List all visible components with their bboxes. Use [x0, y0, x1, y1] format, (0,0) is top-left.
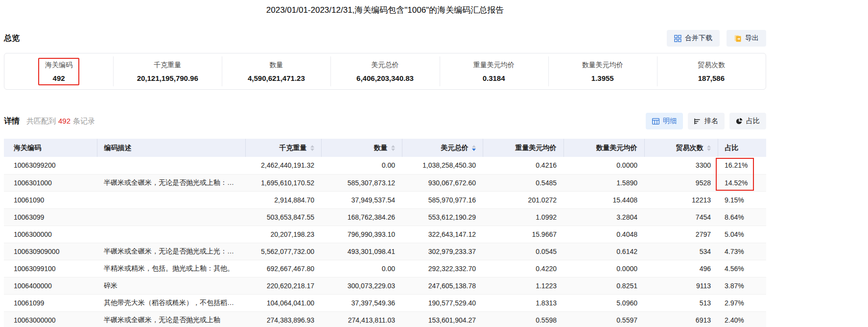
cell-weight_usd_avg: 15.9667	[483, 226, 563, 243]
cell-weight_usd_avg: 1.1223	[483, 277, 563, 294]
cell-qty_usd_avg: 15.4408	[563, 191, 644, 208]
cell-quantity: 0.00	[321, 260, 402, 277]
header-qty_usd_avg: 数量美元均价	[563, 139, 644, 157]
header-cell-content: 千克重量	[253, 144, 314, 152]
view-tab-ranking[interactable]: 排名	[688, 113, 725, 129]
cell-kg_weight: 20,207,198.23	[245, 226, 321, 243]
details-heading: 详情	[4, 116, 20, 126]
cell-usd_total: 930,067,672.60	[402, 174, 483, 191]
details-table: 海关编码编码描述千克重量数量美元总价重量美元均价数量美元均价贸易次数占比 100…	[4, 139, 766, 327]
view-tab-share[interactable]: 占比	[729, 113, 766, 129]
column-label: 贸易次数	[676, 144, 704, 152]
export-button[interactable]: 导出	[727, 30, 766, 47]
cell-share: 4.56%	[718, 260, 766, 277]
header-description: 编码描述	[97, 139, 245, 157]
cell-share: 16.21%	[718, 157, 766, 174]
cell-hs_code: 10063099100	[4, 260, 97, 277]
stat-content: 数量美元均价1.3955	[575, 58, 630, 85]
column-label: 美元总价	[441, 144, 469, 152]
details-header: 详情 共匹配到492条记录	[4, 116, 95, 126]
cell-description: 其他带壳大米（稻谷或糙米），不包括稻米种子	[97, 294, 245, 311]
cell-usd_total: 292,322,332.70	[402, 260, 483, 277]
ranking-bars-icon	[694, 118, 701, 125]
cell-qty_usd_avg: 0.8251	[563, 277, 644, 294]
header-hs_code: 海关编码	[4, 139, 97, 157]
table-row: 10063099503,653,847.55168,762,384.26553,…	[4, 208, 766, 226]
header-quantity[interactable]: 数量	[321, 139, 402, 157]
view-tab-label: 占比	[746, 117, 760, 126]
cell-trade_count: 9113	[644, 277, 718, 294]
cell-qty_usd_avg: 0.0000	[563, 260, 644, 277]
cell-description: 半碾米或全碾米，无论是否抛光或上釉	[97, 311, 245, 327]
cell-quantity: 493,301,098.41	[321, 243, 402, 260]
cell-weight_usd_avg: 0.5485	[483, 174, 563, 191]
cell-qty_usd_avg: 5.0960	[563, 294, 644, 311]
overview-stat: 贸易次数187,586	[657, 53, 766, 89]
stat-content: 重量美元均价0.3184	[467, 58, 521, 85]
cell-qty_usd_avg: 0.0000	[563, 157, 644, 174]
caret-down-icon	[472, 149, 476, 151]
cell-quantity: 585,307,873.12	[321, 174, 402, 191]
cell-description	[97, 226, 245, 243]
cell-kg_weight: 274,383,896.93	[245, 311, 321, 327]
cell-description	[97, 191, 245, 208]
overview-stat: 数量4,590,621,471.23	[222, 53, 330, 89]
cell-share: 8.64%	[718, 208, 766, 226]
stat-label: 贸易次数	[698, 61, 725, 70]
cell-qty_usd_avg: 0.4048	[563, 226, 644, 243]
match-count-text: 共匹配到492条记录	[26, 117, 95, 126]
match-count-value: 492	[58, 117, 70, 125]
table-header-row: 海关编码编码描述千克重量数量美元总价重量美元均价数量美元均价贸易次数占比	[4, 139, 766, 157]
header-cell-content: 美元总价	[409, 144, 476, 152]
cell-kg_weight: 104,064,041.00	[245, 294, 321, 311]
table-row: 1006301000半碾米或全碾米，无论是否抛光或上釉：煮谷米1,695,610…	[4, 174, 766, 191]
cell-quantity: 796,990,393.10	[321, 226, 402, 243]
table-row: 100610902,914,884.7037,949,537.54585,970…	[4, 191, 766, 208]
stat-value: 4,590,621,471.23	[248, 74, 305, 82]
merge-download-button[interactable]: 合并下载	[667, 30, 720, 47]
cell-weight_usd_avg: 1.0992	[483, 208, 563, 226]
table-row: 1006400000碎米220,620,218.17300,073,229.03…	[4, 277, 766, 294]
caret-up-icon	[391, 145, 395, 148]
cell-hs_code: 1006400000	[4, 277, 97, 294]
cell-share: 14.52%	[718, 174, 766, 191]
header-cell-content: 数量美元均价	[571, 144, 637, 152]
report-page: 2023/01/01-2023/12/31,海关编码包含"1006"的海关编码汇…	[4, 0, 766, 327]
match-prefix: 共匹配到	[26, 117, 56, 125]
cell-description: 半碾米或全碾米，无论是否抛光或上釉：煮谷米	[97, 174, 245, 191]
cell-weight_usd_avg: 0.0545	[483, 243, 563, 260]
cell-qty_usd_avg: 1.5890	[563, 174, 644, 191]
header-cell-content: 海关编码	[14, 144, 90, 152]
cell-kg_weight: 2,462,440,191.32	[245, 157, 321, 174]
table-row: 100630992002,462,440,191.320.001,038,258…	[4, 157, 766, 174]
cell-hs_code: 10061099	[4, 294, 97, 311]
cell-quantity: 274,413,811.03	[321, 311, 402, 327]
cell-usd_total: 247,605,138.78	[402, 277, 483, 294]
cell-trade_count: 496	[644, 260, 718, 277]
cell-description	[97, 157, 245, 174]
stat-content: 数量4,590,621,471.23	[241, 58, 312, 85]
view-mode-tabs: 明细排名占比	[646, 113, 766, 129]
cell-usd_total: 553,612,190.29	[402, 208, 483, 226]
cell-trade_count: 2797	[644, 226, 718, 243]
header-kg_weight[interactable]: 千克重量	[245, 139, 321, 157]
header-trade_count[interactable]: 贸易次数	[644, 139, 718, 157]
caret-up-icon	[310, 145, 314, 148]
match-suffix: 条记录	[73, 117, 95, 125]
cell-hs_code: 1006301000	[4, 174, 97, 191]
column-label: 海关编码	[14, 144, 41, 152]
stat-value: 20,121,195,790.96	[137, 74, 198, 82]
view-tab-detail[interactable]: 明细	[646, 113, 683, 129]
cell-hs_code: 10063099	[4, 208, 97, 226]
cell-qty_usd_avg: 0.6142	[563, 243, 644, 260]
stat-label: 数量美元均价	[582, 61, 623, 70]
table-grid-icon	[652, 118, 659, 125]
stat-label: 千克重量	[154, 61, 181, 70]
header-cell-content: 占比	[725, 144, 760, 152]
header-weight_usd_avg: 重量美元均价	[483, 139, 563, 157]
header-usd_total[interactable]: 美元总价	[402, 139, 483, 157]
header-cell-content: 编码描述	[104, 144, 238, 152]
table-row: 10061099其他带壳大米（稻谷或糙米），不包括稻米种子104,064,041…	[4, 294, 766, 311]
stat-label: 数量	[269, 61, 283, 70]
cell-hs_code: 100630909000	[4, 243, 97, 260]
